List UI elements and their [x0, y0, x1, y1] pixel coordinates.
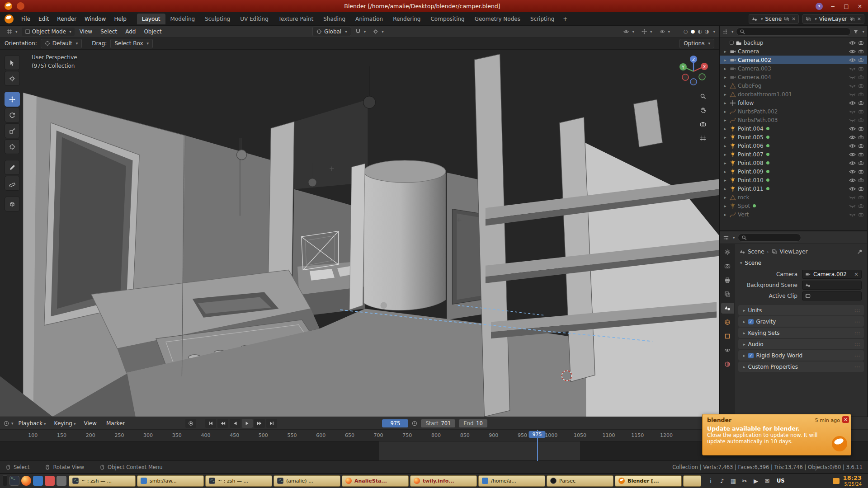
tab-render[interactable]	[721, 261, 734, 272]
object-name[interactable]: follow	[738, 100, 754, 106]
panel-header[interactable]: ▸ ✓ Rigid Body World	[738, 350, 864, 361]
background-scene-field[interactable]	[802, 281, 862, 290]
outliner-row[interactable]: ▸ Point.004	[720, 124, 867, 133]
workspace-tab[interactable]: Modeling	[165, 14, 200, 24]
taskbar-window-button[interactable]: Parsec	[547, 475, 613, 487]
menu-item[interactable]: File	[17, 14, 34, 24]
taskbar-window-button[interactable]: ~ : zsh — ...	[205, 475, 272, 487]
outliner-row[interactable]: ▸ Camera.003	[720, 64, 867, 73]
filter-icon[interactable]	[853, 29, 859, 34]
object-name[interactable]: Point.004	[738, 126, 764, 132]
playhead-frame-label[interactable]: 975	[529, 431, 546, 438]
current-frame-field[interactable]: 975	[382, 419, 408, 427]
outliner-row[interactable]: ▸ rock	[720, 193, 867, 202]
unlink-scene-button[interactable]: ×	[792, 16, 796, 22]
launcher-icon[interactable]	[45, 476, 55, 486]
expand-arrow[interactable]: ▸	[724, 195, 728, 200]
start-frame-field[interactable]: Start701	[421, 419, 455, 427]
panel-header[interactable]: ▸ ✓ Gravity	[738, 316, 864, 327]
duplicate-scene-icon[interactable]	[784, 16, 789, 22]
proportional-editing-toggle[interactable]: ▾	[370, 28, 387, 35]
play-button[interactable]	[242, 419, 253, 428]
remove-viewlayer-button[interactable]: ×	[857, 16, 861, 22]
timeline-editor-icon[interactable]	[4, 421, 9, 426]
panel-header[interactable]: ▸ ✓ Keying Sets	[738, 328, 864, 338]
breadcrumb-viewlayer[interactable]: ViewLayer	[780, 249, 808, 255]
viewport-canvas[interactable]: User Perspective (975) Collection	[0, 50, 719, 417]
overlays-dropdown[interactable]: ▾	[656, 28, 674, 35]
object-name[interactable]: rock	[738, 194, 750, 201]
disable-render-toggle[interactable]	[858, 75, 864, 80]
expand-arrow[interactable]: ▸	[724, 178, 728, 183]
collection-checkbox[interactable]	[730, 41, 734, 45]
expand-arrow[interactable]: ▸	[724, 212, 728, 217]
snap-toggle[interactable]: ▾	[352, 28, 369, 35]
tab-physics[interactable]	[721, 345, 734, 356]
keyboard-layout-indicator[interactable]: US	[777, 478, 785, 484]
jump-to-start-button[interactable]	[205, 419, 216, 428]
workspace-tab[interactable]: Geometry Nodes	[470, 14, 525, 24]
launcher-icon[interactable]	[57, 476, 66, 486]
panel-header[interactable]: ▸ ✓ Audio	[738, 339, 864, 349]
gizmos-dropdown[interactable]: ▾	[638, 28, 656, 35]
disable-render-toggle[interactable]	[858, 126, 864, 131]
taskbar-window-button[interactable]: /home/a...	[478, 475, 545, 487]
options-dropdown[interactable]: Options ▾	[679, 39, 714, 48]
drag-select[interactable]: Select Box ▾	[110, 39, 153, 48]
disable-render-toggle[interactable]	[858, 152, 864, 157]
outliner-row[interactable]: ▸ Point.005	[720, 133, 867, 141]
tab-tool[interactable]	[721, 247, 734, 258]
viewport-menu-item[interactable]: Add	[121, 27, 140, 37]
disable-render-toggle[interactable]	[858, 57, 864, 63]
outliner-row[interactable]: ▸ CubeFog	[720, 81, 867, 90]
object-name[interactable]: backup	[744, 40, 763, 46]
disable-render-toggle[interactable]	[858, 117, 864, 123]
jump-to-end-button[interactable]	[266, 419, 277, 428]
workspace-tab[interactable]: Rendering	[388, 14, 425, 24]
orientation-select[interactable]: Default ▾	[41, 39, 82, 48]
object-name[interactable]: Camera.002	[738, 57, 771, 63]
launcher-icon[interactable]	[9, 476, 19, 486]
workspace-tab[interactable]: Sculpting	[200, 14, 235, 24]
panel-checkbox[interactable]: ✓	[748, 353, 754, 358]
solid-shading-icon[interactable]: ●	[691, 28, 695, 34]
outliner-row[interactable]: ▸ backup	[720, 38, 867, 47]
wireframe-shading-icon[interactable]: ○	[684, 28, 688, 34]
play-reverse-button[interactable]	[230, 419, 241, 428]
workspace-tab[interactable]: Shading	[318, 14, 350, 24]
taskbar-window-button[interactable]: twily.info...	[410, 475, 477, 487]
disable-render-toggle[interactable]	[858, 100, 864, 106]
disable-render-toggle[interactable]	[858, 212, 864, 217]
notification-close-button[interactable]: ×	[842, 416, 849, 423]
select-box-tool[interactable]	[5, 55, 20, 70]
camera-field[interactable]: Camera.002 ×	[802, 270, 862, 279]
object-name[interactable]: Point.011	[738, 186, 764, 192]
object-name[interactable]: Camera.004	[738, 74, 771, 80]
outliner-row[interactable]: ▸ Point.009	[720, 167, 867, 176]
expand-arrow[interactable]: ▸	[724, 127, 728, 131]
object-name[interactable]: Point.007	[738, 151, 764, 158]
expand-arrow[interactable]: ▸	[724, 144, 728, 148]
menu-item[interactable]: Window	[80, 14, 110, 24]
disable-render-toggle[interactable]	[858, 49, 864, 54]
object-name[interactable]: Spot	[738, 203, 750, 209]
material-shading-icon[interactable]: ◐	[698, 28, 702, 34]
object-name[interactable]: Point.006	[738, 143, 764, 149]
expand-arrow[interactable]: ▸	[724, 101, 728, 105]
object-name[interactable]: NurbsPath.002	[738, 108, 778, 115]
close-button[interactable]: ×	[856, 3, 863, 9]
timeline-menu-item[interactable]: Keying▾	[50, 418, 80, 428]
previous-keyframe-button[interactable]	[217, 419, 228, 428]
disable-render-toggle[interactable]	[858, 186, 864, 192]
workspace-tab[interactable]: UV Editing	[235, 14, 274, 24]
hide-viewport-toggle[interactable]	[849, 181, 856, 231]
scene-panel-header[interactable]: ▾ Scene	[735, 258, 867, 268]
transform-tool[interactable]	[5, 139, 20, 154]
outliner-row[interactable]: ▸ Point.006	[720, 141, 867, 150]
taskbar-window-button[interactable]: ~ : zsh — ...	[69, 475, 136, 487]
timeline-menu-item[interactable]: View	[80, 418, 102, 428]
expand-arrow[interactable]: ▸	[724, 135, 728, 140]
outliner-row[interactable]: ▸ Camera.002	[720, 56, 867, 64]
expand-arrow[interactable]: ▸	[724, 58, 728, 62]
expand-arrow[interactable]: ▸	[724, 152, 728, 157]
